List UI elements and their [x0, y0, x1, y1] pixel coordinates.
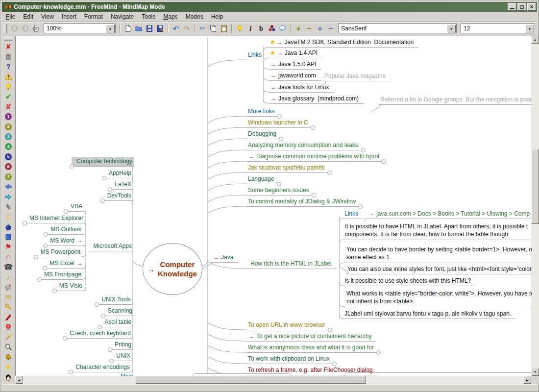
node-language[interactable]: Language	[246, 175, 279, 184]
node-priting[interactable]: Priting	[110, 341, 133, 350]
node-ms-powerpoint[interactable]: MS Powerpoint	[36, 248, 82, 257]
node-links-2[interactable]: Links	[343, 210, 363, 219]
fold-circle[interactable]	[23, 221, 27, 225]
plus-blue-icon[interactable]: +	[315, 24, 325, 33]
scroll-left-icon[interactable]: ◀	[15, 376, 23, 384]
horizontal-scrollbar[interactable]: ◀ ▶	[15, 376, 531, 384]
node-jlabel-umi-stylovat[interactable]: JLabel umí stylovat barvu fontu v tagu p…	[343, 310, 516, 319]
node-ms-frontpage[interactable]: MS Frontpage	[39, 270, 83, 280]
home-icon[interactable]: ⌂	[4, 253, 13, 261]
number-3-icon[interactable]: 3	[4, 133, 13, 141]
menu-format[interactable]: Format	[80, 12, 107, 21]
print-icon[interactable]	[31, 24, 42, 33]
node-java[interactable]: →Java	[211, 253, 238, 263]
node-border-color-white[interactable]: What works is <table style="border-color…	[344, 289, 532, 307]
cut-icon[interactable]: ✂	[197, 24, 208, 33]
node-apphelp[interactable]: AppHelp	[104, 169, 133, 178]
node-java-sun-com-path[interactable]: →java.sun.com > Docs > Books > Tutorial …	[367, 210, 532, 219]
node-ms-outlook[interactable]: MS Outlook	[46, 225, 83, 235]
save-as-icon[interactable]	[155, 24, 166, 33]
toolbar-grip[interactable]	[4, 37, 13, 41]
note-popular-java-magazine[interactable]: Popular Java magazine	[323, 72, 391, 81]
horizontal-scroll-thumb[interactable]	[136, 376, 366, 384]
node-java-150-api[interactable]: →Java 1.5.0 API	[269, 60, 321, 70]
fold-circle[interactable]	[102, 176, 106, 180]
new-map-icon[interactable]	[122, 24, 133, 33]
menu-modes[interactable]: Modes	[182, 12, 207, 21]
note-referred-google-groups[interactable]: Referred a lot in Google groups. But the…	[379, 96, 532, 105]
fold-circle[interactable]	[279, 137, 283, 141]
fold-circle[interactable]	[52, 289, 57, 293]
node-ms-visio[interactable]: MS Visio	[54, 282, 84, 291]
trash-icon[interactable]	[4, 52, 13, 60]
scroll-up-icon[interactable]: ▲	[531, 36, 539, 44]
node-clipboard-on-linux[interactable]: To work with clipboard on Linux	[246, 355, 335, 364]
node-computer-technology[interactable]: Computer technology	[72, 157, 134, 167]
not-ok-icon[interactable]: ✘	[4, 103, 13, 111]
telephone-icon[interactable]: ☎	[4, 263, 13, 271]
node-style-sheets-question[interactable]: Is it possible to use style sheets with …	[343, 277, 476, 286]
key-icon[interactable]	[4, 303, 13, 311]
title-bar[interactable]: Computer-knowledge.mm - FreeMind - MindM…	[2, 2, 537, 12]
node-ms-word[interactable]: MS Word→	[45, 237, 85, 246]
number-1-icon[interactable]: 1	[4, 113, 13, 121]
node-java-glossary[interactable]: →Java glossary (mindprod.com)	[269, 95, 364, 104]
node-ms-excel[interactable]: MS Excel→	[45, 259, 85, 269]
node-latex[interactable]: LaTeX	[110, 180, 133, 190]
marker-icon[interactable]	[4, 313, 13, 321]
mailbox-icon[interactable]	[4, 283, 13, 291]
node-more-links[interactable]: More links	[246, 107, 280, 117]
font-size-select[interactable]: 12 ▼	[461, 24, 535, 33]
wand-icon[interactable]	[4, 333, 13, 341]
number-2-icon[interactable]: 2	[4, 122, 13, 130]
fold-circle[interactable]	[64, 209, 68, 214]
node-diagnose-hprof[interactable]: →Diagnose common runtime problems with h…	[246, 152, 384, 162]
fold-circle[interactable]	[361, 148, 365, 152]
number-6-icon[interactable]: 6	[4, 163, 13, 171]
fold-circle[interactable]	[37, 277, 42, 282]
bell-icon[interactable]	[4, 353, 13, 361]
number-7-icon[interactable]: 7	[4, 173, 13, 181]
close-button[interactable]: ✕	[527, 3, 536, 11]
book-icon[interactable]	[4, 233, 13, 241]
fold-circle[interactable]	[332, 362, 337, 366]
lightbulb-icon[interactable]	[234, 24, 245, 33]
node-open-url-browser[interactable]: To open URL in www browser	[246, 321, 330, 330]
undo-icon[interactable]: ↶	[171, 24, 181, 33]
node-misc[interactable]: Misc	[116, 372, 134, 376]
prev-map-icon[interactable]	[9, 24, 20, 33]
forward-arrow-icon[interactable]	[4, 193, 13, 200]
fold-circle[interactable]	[101, 314, 105, 318]
minus-green-icon[interactable]: −	[304, 24, 315, 33]
pencil-icon[interactable]: ✎	[4, 203, 13, 211]
node-czech-keyboard[interactable]: Czech, czech keyboard	[65, 329, 132, 339]
node-refresh-a-frame[interactable]: To refresh a frame, e.g. after FileChoos…	[246, 366, 378, 375]
fold-circle[interactable]	[34, 255, 38, 259]
toolbar-grip[interactable]	[3, 24, 7, 33]
node-unix[interactable]: UNIX	[111, 352, 132, 361]
node-some-beginners-issues[interactable]: Some beginners issues	[246, 186, 314, 196]
node-html-in-jlabel-possible[interactable]: It is possible to have HTML in JLabel. A…	[343, 222, 531, 240]
fold-circle[interactable]	[108, 187, 112, 192]
node-links[interactable]: Links	[246, 51, 267, 60]
idea-icon[interactable]	[4, 83, 13, 91]
save-map-icon[interactable]	[144, 24, 155, 33]
node-microsoft-apps[interactable]: Microsoft Apps	[88, 242, 133, 251]
minimize-button[interactable]: —	[508, 3, 516, 11]
fold-circle[interactable]	[70, 164, 74, 169]
open-map-icon[interactable]	[133, 24, 144, 33]
menu-insert[interactable]: Insert	[58, 12, 80, 21]
chevron-down-icon[interactable]: ▼	[447, 24, 456, 33]
font-family-select[interactable]: SansSerif ▼	[338, 24, 457, 33]
number-4-icon[interactable]: 4	[4, 143, 13, 150]
star-icon[interactable]: ★	[4, 363, 13, 371]
number-5-icon[interactable]: 5	[4, 153, 13, 161]
help-icon[interactable]: ?	[4, 63, 13, 71]
node-javatm-2-sdk[interactable]: ★→JavaTM 2 SDK, Standard Edition Documen…	[269, 38, 418, 48]
node-scanning[interactable]: Scanning	[103, 307, 134, 316]
node-table-border[interactable]: You can decide to have border by setting…	[344, 245, 532, 263]
bomb-icon[interactable]	[4, 223, 13, 231]
menu-file[interactable]: File	[2, 12, 19, 21]
menu-view[interactable]: View	[37, 12, 58, 21]
music-icon[interactable]: ♪	[4, 273, 13, 281]
